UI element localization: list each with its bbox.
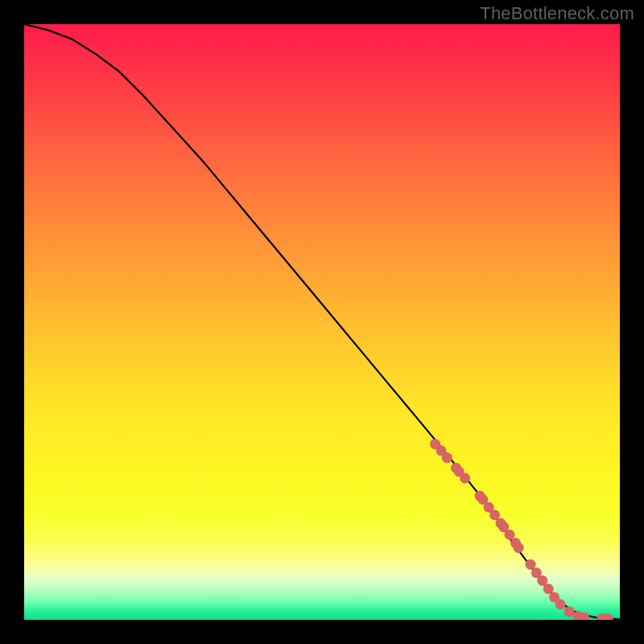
highlight-dots: [430, 439, 613, 620]
highlight-dot: [442, 452, 452, 463]
watermark-text: TheBottleneck.com: [480, 3, 634, 24]
highlight-dot: [514, 543, 524, 553]
curve-layer: [24, 24, 620, 620]
highlight-dot: [460, 473, 470, 483]
highlight-dot: [555, 599, 566, 609]
highlight-dot: [564, 606, 575, 617]
chart-container: TheBottleneck.com: [0, 0, 644, 644]
plot-area: [24, 24, 620, 620]
main-curve: [24, 24, 620, 619]
